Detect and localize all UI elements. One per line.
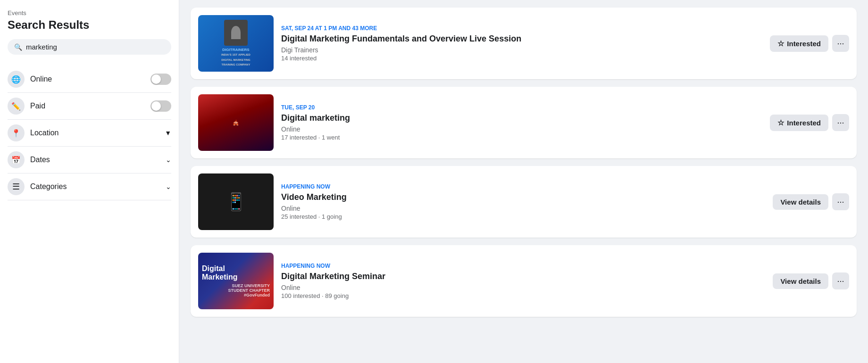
event-title-1: Digital Marketing Fundamentals and Overv…: [281, 33, 762, 44]
online-icon: 🌐: [8, 71, 25, 88]
view-details-button-4[interactable]: View details: [773, 273, 828, 289]
paid-icon: ✏️: [8, 98, 25, 115]
event-date-2: TUE, SEP 20: [281, 104, 762, 111]
event-meta-2: 17 interested · 1 went: [281, 134, 762, 141]
categories-chevron-icon: ⌄: [166, 183, 171, 190]
event-organizer-3: Online: [281, 205, 765, 212]
filter-dates-label: Dates: [30, 156, 160, 164]
event-info-1: SAT, SEP 24 AT 1 PM AND 43 MORE Digital …: [281, 25, 762, 62]
interested-label-2: Interested: [787, 119, 821, 127]
event-actions-2: ☆ Interested ···: [770, 114, 849, 131]
filter-categories-label: Categories: [30, 182, 160, 191]
interested-label-1: Interested: [787, 40, 821, 48]
filter-online-label: Online: [30, 75, 145, 83]
main-content: DIGITRAINERS INDIA'S 1ST APPLIEDDIGITAL …: [179, 0, 868, 363]
dates-icon: 📅: [8, 151, 25, 168]
filter-location-label: Location: [30, 129, 159, 137]
event-title-2: Digital marketing: [281, 113, 762, 124]
event-info-2: TUE, SEP 20 Digital marketing Online 17 …: [281, 104, 762, 141]
filter-categories[interactable]: ☰ Categories ⌄: [8, 173, 171, 200]
online-toggle[interactable]: [150, 74, 171, 85]
event-title-4: Digital Marketing Seminar: [281, 271, 765, 282]
event-info-4: HAPPENING NOW Digital Marketing Seminar …: [281, 263, 765, 299]
event-card-4: DigitalMarketing SUEZ UNIVERSITYSTUDENT …: [191, 245, 857, 317]
more-button-2[interactable]: ···: [832, 114, 849, 131]
star-icon-2: ☆: [777, 118, 784, 127]
paid-toggle[interactable]: [150, 100, 171, 112]
event-date-3: HAPPENING NOW: [281, 183, 765, 190]
event-card-1: DIGITRAINERS INDIA'S 1ST APPLIEDDIGITAL …: [191, 8, 857, 79]
interested-button-2[interactable]: ☆ Interested: [770, 115, 828, 131]
search-icon: 🔍: [14, 43, 22, 51]
event-meta-1: 14 interested: [281, 55, 762, 62]
search-input[interactable]: [26, 43, 165, 51]
event-card-3: 📱 HAPPENING NOW Video Marketing Online 2…: [191, 166, 857, 238]
sidebar: Events Search Results 🔍 🌐 Online ✏️ Paid…: [0, 0, 179, 363]
event-meta-3: 25 interested · 1 going: [281, 213, 765, 220]
star-icon-1: ☆: [777, 39, 784, 48]
interested-button-1[interactable]: ☆ Interested: [770, 35, 828, 52]
event-actions-1: ☆ Interested ···: [770, 35, 849, 52]
more-button-3[interactable]: ···: [832, 193, 849, 210]
event-thumbnail-2: 🎪: [198, 94, 274, 151]
event-organizer-1: Digi Trainers: [281, 46, 762, 54]
event-meta-4: 100 interested · 89 going: [281, 292, 765, 299]
event-actions-3: View details ···: [773, 193, 849, 210]
event-thumbnail-3: 📱: [198, 173, 274, 230]
view-details-button-3[interactable]: View details: [773, 194, 828, 210]
view-details-label-3: View details: [780, 198, 821, 206]
event-info-3: HAPPENING NOW Video Marketing Online 25 …: [281, 183, 765, 220]
more-button-4[interactable]: ···: [832, 272, 849, 289]
filter-paid: ✏️ Paid: [8, 93, 171, 120]
event-organizer-2: Online: [281, 125, 762, 133]
page-title: Search Results: [8, 18, 171, 32]
categories-icon: ☰: [8, 178, 25, 195]
event-thumbnail-1: DIGITRAINERS INDIA'S 1ST APPLIEDDIGITAL …: [198, 15, 274, 72]
event-title-3: Video Marketing: [281, 192, 765, 203]
dates-chevron-icon: ⌄: [166, 156, 171, 164]
event-date-4: HAPPENING NOW: [281, 263, 765, 269]
filter-online: 🌐 Online: [8, 66, 171, 93]
more-button-1[interactable]: ···: [832, 35, 849, 52]
filter-dates[interactable]: 📅 Dates ⌄: [8, 147, 171, 173]
event-date-1: SAT, SEP 24 AT 1 PM AND 43 MORE: [281, 25, 762, 32]
event-actions-4: View details ···: [773, 272, 849, 289]
search-box: 🔍: [8, 39, 171, 55]
event-organizer-4: Online: [281, 284, 765, 291]
view-details-label-4: View details: [780, 277, 821, 285]
events-label: Events: [8, 9, 171, 16]
event-thumbnail-4: DigitalMarketing SUEZ UNIVERSITYSTUDENT …: [198, 253, 274, 309]
event-card-2: 🎪 TUE, SEP 20 Digital marketing Online 1…: [191, 87, 857, 158]
filter-location[interactable]: 📍 Location ▼: [8, 120, 171, 147]
location-chevron-icon: ▼: [165, 129, 171, 137]
location-icon: 📍: [8, 124, 25, 141]
filter-paid-label: Paid: [30, 102, 145, 110]
